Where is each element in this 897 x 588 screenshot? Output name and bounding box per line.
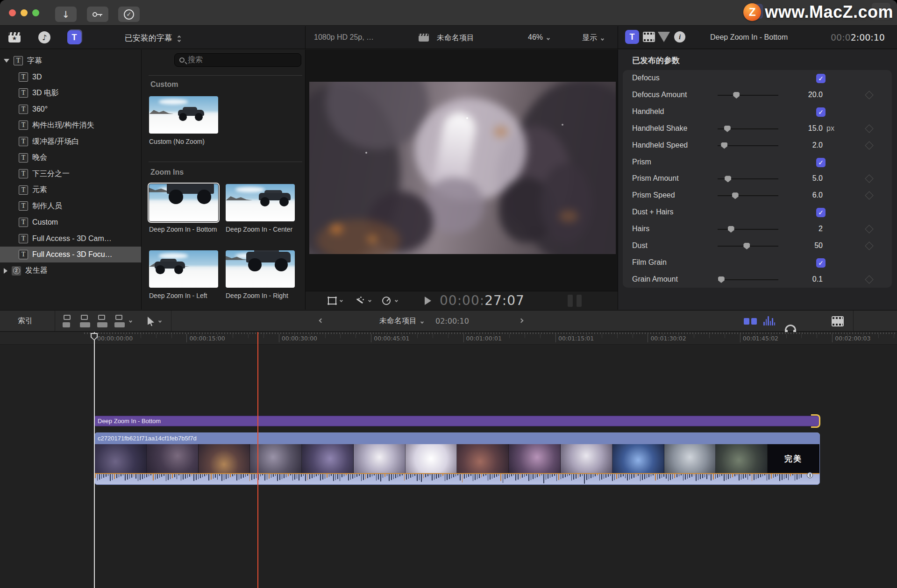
select-tool-button[interactable] xyxy=(148,317,154,326)
param-slider-thumb[interactable] xyxy=(718,276,725,283)
title-thumbnail-bottom[interactable] xyxy=(149,184,218,221)
sidebar-item-11[interactable]: TFull Access - 3D Focu… xyxy=(0,247,141,262)
disclosure-triangle[interactable] xyxy=(4,59,9,63)
zoom-traffic-light[interactable] xyxy=(32,9,39,16)
installed-titles-selector[interactable]: 已安装的字幕 xyxy=(0,33,305,43)
sidebar-item-2[interactable]: T360° xyxy=(0,101,141,117)
audio-meters[interactable] xyxy=(568,295,582,307)
import-media-button[interactable]: ↓ xyxy=(55,7,77,22)
title-thumbnail-custom[interactable] xyxy=(149,96,218,134)
disclosure-triangle[interactable] xyxy=(4,268,7,274)
param-value[interactable]: 2 xyxy=(782,225,823,233)
title-clip[interactable]: Deep Zoom In - Bottom xyxy=(94,416,820,426)
viewer-project-name[interactable]: 未命名项目 xyxy=(437,33,474,43)
keyframe-diamond-icon[interactable] xyxy=(865,124,873,133)
audio-waveform-toggle[interactable] xyxy=(763,316,775,326)
clip-end-selection-handle[interactable] xyxy=(811,414,820,428)
param-slider-thumb[interactable] xyxy=(733,92,740,99)
play-button[interactable] xyxy=(425,297,431,305)
sidebar-item-7[interactable]: T元素 xyxy=(0,182,141,198)
param-slider-thumb[interactable] xyxy=(724,126,731,132)
param-value[interactable]: 15.0 xyxy=(782,124,823,133)
param-slider[interactable] xyxy=(718,246,778,247)
video-inspector-tab[interactable] xyxy=(642,30,656,44)
search-field[interactable]: 搜索 xyxy=(174,53,301,67)
background-tasks-button[interactable]: ✓ xyxy=(118,7,140,22)
trim-view-toggle[interactable] xyxy=(744,317,758,326)
keyframe-diamond-icon[interactable] xyxy=(865,275,873,283)
clip-appearance-button[interactable] xyxy=(832,316,844,326)
title-thumbnail-right[interactable] xyxy=(226,250,295,288)
connect-edit-button[interactable] xyxy=(63,315,75,327)
enhancements-menu-button[interactable] xyxy=(355,296,371,305)
param-slider[interactable] xyxy=(718,279,778,280)
index-button[interactable]: 索引 xyxy=(18,316,33,326)
param-slider[interactable] xyxy=(718,95,778,96)
keyframe-diamond-icon[interactable] xyxy=(865,191,873,200)
sidebar-item-6[interactable]: T下三分之一 xyxy=(0,166,141,182)
keyframe-diamond-icon[interactable] xyxy=(865,175,873,183)
video-preview[interactable] xyxy=(309,82,616,254)
insert-edit-button[interactable] xyxy=(80,315,92,327)
sidebar-root-titles[interactable]: T字幕 xyxy=(0,53,141,69)
generator-inspector-tab[interactable] xyxy=(657,30,671,44)
sidebar-item-4[interactable]: T缓冲器/开场白 xyxy=(0,134,141,149)
title-thumbnail-left[interactable] xyxy=(149,250,218,288)
param-slider-thumb[interactable] xyxy=(732,192,739,199)
param-value[interactable]: 0.1 xyxy=(782,275,823,283)
param-value[interactable]: 50 xyxy=(782,241,823,250)
timeline-ruler[interactable]: 00:00:00:0000:00:15:0000:00:30:0000:00:4… xyxy=(0,332,897,345)
append-edit-button[interactable] xyxy=(97,315,109,327)
param-slider-thumb[interactable] xyxy=(728,226,734,233)
edit-options-chevron[interactable] xyxy=(129,319,132,323)
param-value[interactable]: 20.0 xyxy=(782,91,823,99)
viewer-timecode[interactable]: 00:00:27:07 xyxy=(440,293,525,308)
param-value[interactable]: 6.0 xyxy=(782,191,823,199)
transform-menu-button[interactable] xyxy=(328,297,342,305)
param-slider[interactable] xyxy=(718,128,778,129)
param-checkbox[interactable]: ✓ xyxy=(816,258,826,268)
keyframe-diamond-icon[interactable] xyxy=(865,225,873,233)
keyframe-diamond-icon[interactable] xyxy=(865,241,873,250)
timeline-project-menu[interactable]: 未命名项目 xyxy=(379,316,423,326)
close-traffic-light[interactable] xyxy=(9,9,16,16)
overwrite-edit-button[interactable] xyxy=(114,315,127,327)
tools-chevron[interactable] xyxy=(158,319,162,323)
sidebar-item-0[interactable]: T3D xyxy=(0,69,141,85)
sidebar-item-1[interactable]: T3D 电影 xyxy=(0,85,141,101)
sidebar-item-8[interactable]: T制作人员 xyxy=(0,198,141,214)
param-slider-thumb[interactable] xyxy=(725,176,731,182)
video-clip[interactable]: c2720171fb621f71aa14cf1feb7b5f7d 完美 xyxy=(94,432,820,485)
param-checkbox[interactable]: ✓ xyxy=(816,74,826,83)
sidebar-item-5[interactable]: T晚会 xyxy=(0,150,141,166)
param-checkbox[interactable]: ✓ xyxy=(816,208,826,217)
param-checkbox[interactable]: ✓ xyxy=(816,107,826,117)
next-project-chevron[interactable] xyxy=(519,319,524,323)
playhead[interactable] xyxy=(94,332,95,588)
keyframe-diamond-icon[interactable] xyxy=(865,91,873,99)
minimize-traffic-light[interactable] xyxy=(21,9,28,16)
param-value[interactable]: 5.0 xyxy=(782,174,823,183)
sidebar-root-generators[interactable]: 2发生器 xyxy=(0,263,141,279)
viewer-display-menu[interactable]: 显示 xyxy=(582,33,604,43)
param-value[interactable]: 2.0 xyxy=(782,141,823,149)
viewer-format-info[interactable]: 1080p HD 25p, … xyxy=(314,33,374,42)
viewer-zoom-menu[interactable]: 46% xyxy=(528,33,549,42)
keywords-button[interactable] xyxy=(87,7,108,22)
param-slider[interactable] xyxy=(718,145,778,146)
sidebar-item-9[interactable]: TCustom xyxy=(0,214,141,230)
param-slider[interactable] xyxy=(718,229,778,230)
previous-project-chevron[interactable] xyxy=(319,319,324,323)
param-slider-thumb[interactable] xyxy=(743,243,750,249)
param-slider[interactable] xyxy=(718,178,778,179)
param-checkbox[interactable]: ✓ xyxy=(816,158,826,167)
param-slider[interactable] xyxy=(718,195,778,196)
sidebar-item-3[interactable]: T构件出现/构件消失 xyxy=(0,117,141,133)
info-inspector-tab[interactable]: i xyxy=(673,30,687,44)
text-inspector-tab[interactable]: T xyxy=(625,30,639,44)
sidebar-item-10[interactable]: TFull Access - 3D Cam… xyxy=(0,231,141,247)
keyframe-diamond-icon[interactable] xyxy=(865,141,873,149)
param-slider-thumb[interactable] xyxy=(721,142,727,149)
retime-menu-button[interactable] xyxy=(382,297,398,305)
title-thumbnail-center[interactable] xyxy=(226,184,295,221)
